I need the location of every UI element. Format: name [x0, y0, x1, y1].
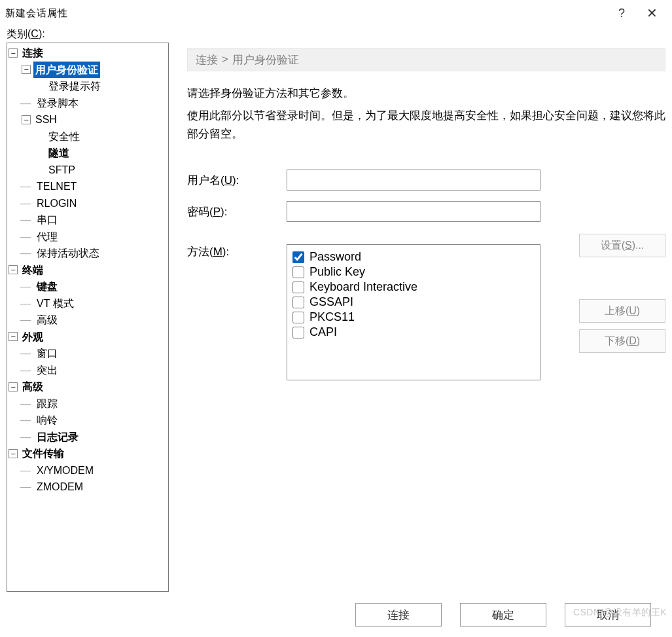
method-label: Public Key [309, 265, 365, 279]
method-label: 方法(M): [187, 244, 287, 259]
tree-item-advanced[interactable]: −高级 [7, 378, 168, 395]
collapse-icon[interactable]: − [9, 48, 18, 58]
move-down-button[interactable]: 下移(D) [579, 329, 665, 353]
ok-button[interactable]: 确定 [460, 603, 546, 627]
help-button[interactable]: ? [607, 0, 637, 26]
method-label: Keyboard Interactive [309, 280, 417, 294]
tree-item-terminal[interactable]: −终端 [7, 262, 168, 279]
tree-item-tunnel[interactable]: 隧道 [33, 145, 168, 162]
tree-item-keyboard[interactable]: —键盘 [20, 278, 168, 295]
method-checkbox[interactable] [292, 327, 304, 338]
watermark: CSDN @没有羊的王K [573, 607, 667, 619]
breadcrumb-sep: > [222, 53, 228, 66]
tree-item-security[interactable]: 安全性 [33, 128, 168, 145]
breadcrumb: 连接 > 用户身份验证 [187, 48, 665, 71]
method-item-3[interactable]: GSSAPI [292, 295, 535, 309]
method-item-1[interactable]: Public Key [292, 265, 535, 279]
collapse-icon[interactable]: − [9, 449, 18, 458]
description-line1: 请选择身份验证方法和其它参数。 [187, 84, 665, 103]
tree-item-keepalive[interactable]: —保持活动状态 [20, 245, 168, 262]
tree-item-appearance[interactable]: −外观 [7, 329, 168, 346]
tree-item-advanced-t[interactable]: —高级 [20, 312, 168, 329]
tree-item-trace[interactable]: —跟踪 [20, 395, 168, 412]
tree-item-bell[interactable]: —响铃 [20, 412, 168, 429]
settings-button[interactable]: 设置(S)... [579, 234, 665, 257]
tree-item-window[interactable]: —窗口 [20, 345, 168, 362]
collapse-icon[interactable]: − [9, 265, 18, 274]
tree-item-login-prompt[interactable]: 登录提示符 [33, 78, 168, 95]
method-checkbox[interactable] [292, 251, 304, 263]
method-checkbox[interactable] [292, 297, 304, 308]
collapse-icon[interactable]: − [9, 332, 18, 341]
breadcrumb-root: 连接 [196, 52, 218, 67]
tree-item-login-script[interactable]: —登录脚本 [20, 95, 168, 112]
connect-button[interactable]: 连接 [355, 603, 442, 627]
collapse-icon[interactable]: − [22, 65, 31, 74]
method-item-5[interactable]: CAPI [292, 325, 535, 339]
method-label: Password [309, 250, 361, 264]
tree-item-filetransfer[interactable]: −文件传输 [7, 445, 168, 462]
close-button[interactable]: ✕ [637, 0, 667, 26]
content-pane: 连接 > 用户身份验证 请选择身份验证方法和其它参数。 使用此部分以节省登录时间… [169, 43, 665, 592]
tree-item-logging[interactable]: —日志记录 [20, 429, 168, 446]
tree-item-vtmode[interactable]: —VT 模式 [20, 295, 168, 312]
method-checkbox[interactable] [292, 282, 304, 293]
method-item-4[interactable]: PKCS11 [292, 310, 535, 324]
method-label: PKCS11 [309, 310, 355, 324]
method-item-0[interactable]: Password [292, 250, 535, 264]
collapse-icon[interactable]: − [9, 382, 18, 391]
tree-item-proxy[interactable]: —代理 [20, 228, 168, 246]
tree-item-serial[interactable]: —串口 [20, 211, 168, 228]
breadcrumb-current: 用户身份验证 [232, 52, 299, 67]
tree-item-highlight[interactable]: —突出 [20, 362, 168, 379]
tree-item-xymodem[interactable]: —X/YMODEM [20, 462, 168, 479]
description: 请选择身份验证方法和其它参数。 使用此部分以节省登录时间。但是，为了最大限度地提… [187, 84, 665, 143]
tree-item-zmodem[interactable]: —ZMODEM [20, 479, 168, 496]
username-input[interactable] [287, 170, 540, 191]
method-label: CAPI [309, 325, 337, 339]
method-label: GSSAPI [309, 295, 353, 309]
window-title: 新建会话属性 [5, 7, 607, 20]
footer: 连接 确定 取消 [0, 592, 672, 637]
tree-item-connection[interactable]: −连接 [7, 45, 168, 62]
method-list[interactable]: PasswordPublic KeyKeyboard InteractiveGS… [287, 244, 540, 380]
category-tree[interactable]: −连接 −用户身份验证 登录提示符 —登录脚本 −SSH 安全性 隧道 SFTP [7, 43, 169, 592]
titlebar: 新建会话属性 ? ✕ [0, 0, 672, 26]
password-input[interactable] [287, 201, 540, 222]
description-line2: 使用此部分以节省登录时间。但是，为了最大限度地提高安全性，如果担心安全问题，建议… [187, 107, 665, 143]
tree-item-sftp[interactable]: SFTP [33, 162, 168, 179]
move-up-button[interactable]: 上移(U) [579, 299, 665, 323]
collapse-icon[interactable]: − [22, 115, 31, 124]
method-checkbox[interactable] [292, 266, 304, 278]
username-label: 用户名(U): [187, 173, 287, 188]
tree-item-rlogin[interactable]: —RLOGIN [20, 195, 168, 212]
method-item-2[interactable]: Keyboard Interactive [292, 280, 535, 294]
tree-item-ssh[interactable]: −SSH [20, 111, 168, 128]
tree-item-user-auth[interactable]: −用户身份验证 [20, 62, 168, 79]
password-label: 密码(P): [187, 204, 287, 219]
method-checkbox[interactable] [292, 312, 304, 323]
category-label: 类别(C): [0, 26, 672, 43]
tree-item-telnet[interactable]: —TELNET [20, 178, 168, 195]
